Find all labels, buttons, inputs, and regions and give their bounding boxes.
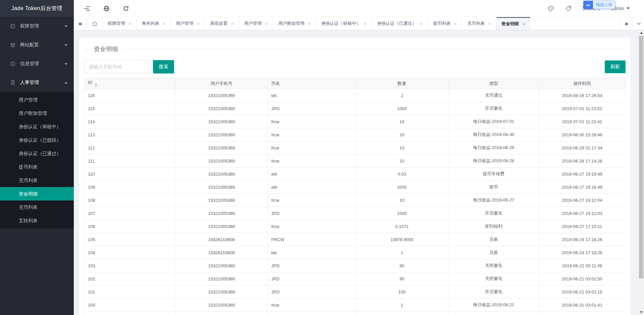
table-cell: 15321005369 xyxy=(175,154,268,168)
tab-close-icon[interactable]: × xyxy=(364,21,367,26)
tab-close-icon[interactable]: × xyxy=(420,21,423,26)
table-cell: 111 xyxy=(85,154,175,168)
tab[interactable]: 用户管理× xyxy=(171,17,205,30)
table-cell: 15321005369 xyxy=(175,285,268,299)
table-cell: 107 xyxy=(85,207,175,220)
table-cell: 10 xyxy=(356,154,448,168)
table-cell: 113 xyxy=(85,128,175,141)
page-title: 资金明细 xyxy=(94,45,118,53)
home-tab[interactable] xyxy=(87,17,103,30)
table-row: 10515826153608FRCW10878.9000兑换2019-06-24… xyxy=(85,233,626,246)
table-row: 10115321005369JPD100开启量化2019-06-21 03:02… xyxy=(85,285,626,299)
table-row: 10815321005369frcw10每日收益-2019-06-272019-… xyxy=(85,194,626,207)
table-cell: 112 xyxy=(85,141,175,154)
tabs-scroll-right-button[interactable]: » xyxy=(620,17,633,30)
table-row: 10715321005369JPD1000开启量化2019-06-27 19:1… xyxy=(85,207,626,220)
table-row: 10415826153608btc1兑换2019-06-24 17:18:26 xyxy=(85,246,626,259)
table-row: 11115321005369frcw10每日收益-2019-06-282019-… xyxy=(85,154,626,168)
tab-close-icon[interactable]: × xyxy=(522,21,525,27)
tab-close-icon[interactable]: × xyxy=(454,21,457,26)
table-row: 11215321005369frcw10每日收益-2019-06-292019-… xyxy=(85,141,626,154)
scroll-down-arrow[interactable] xyxy=(638,310,644,315)
sidebar-item[interactable]: 资金明细 xyxy=(0,187,74,200)
table-cell: 提币 xyxy=(448,181,539,194)
table-cell: 提币手续费 xyxy=(448,168,539,181)
tab[interactable]: 用户附加管理× xyxy=(273,17,316,30)
tab[interactable]: 身份认证（已通过）× xyxy=(372,17,428,30)
table-cell: 2019-06-27 19:12:04 xyxy=(539,194,625,207)
title-left-dash xyxy=(84,49,90,49)
tab-close-icon[interactable]: × xyxy=(197,21,200,26)
language-globe-icon[interactable] xyxy=(103,5,110,12)
sidebar-item[interactable]: 身份认证（审核中） xyxy=(0,120,74,133)
table-cell: 1 xyxy=(356,246,448,259)
table-row: 10215321005369JPD90关闭量化2019-06-21 03:02:… xyxy=(85,272,626,285)
theme-palette-icon[interactable] xyxy=(547,5,555,12)
table-cell: 每日收益-2019-07-01 xyxy=(448,115,539,128)
sidebar-item[interactable]: 身份认证（已驳回） xyxy=(0,133,74,147)
table-cell: 每日收益-2019-06-30 xyxy=(448,128,539,141)
sidebar-item[interactable]: 提币列表 xyxy=(0,160,74,174)
table-cell: 关闭量化 xyxy=(448,272,539,285)
tab-close-icon[interactable]: × xyxy=(488,21,491,26)
table-row: 10615321005369frcw0.1071签到福利2019-06-27 1… xyxy=(85,220,626,233)
tab[interactable]: 充币列表× xyxy=(462,17,496,30)
table-cell: 116 xyxy=(85,89,175,102)
tab[interactable]: 身份认证（审核中）× xyxy=(316,17,372,30)
tab-close-icon[interactable]: × xyxy=(231,21,234,26)
table-cell: 2019-06-21 03:02:50 xyxy=(539,272,625,285)
table-cell: 90 xyxy=(356,272,448,285)
search-button[interactable]: 搜索 xyxy=(153,60,174,74)
collapse-sidebar-icon[interactable] xyxy=(83,5,91,12)
refresh-button[interactable]: 刷新 xyxy=(605,60,626,73)
vertical-scrollbar[interactable] xyxy=(638,30,644,315)
tabs-container: 权限管理×角色列表×用户管理×系统设置×用户管理×用户附加管理×身份认证（审核中… xyxy=(103,17,530,30)
sidebar-group[interactable]: 人事管理 xyxy=(0,73,74,92)
tab-close-icon[interactable]: × xyxy=(308,21,311,26)
tab-close-icon[interactable]: × xyxy=(265,21,268,26)
table-cell: 100 xyxy=(356,285,448,299)
tag-icon[interactable] xyxy=(565,5,572,12)
sidebar-group[interactable]: 信息管理 xyxy=(0,54,74,73)
tab[interactable]: 系统设置× xyxy=(205,17,239,30)
tab[interactable]: 用户管理× xyxy=(239,17,273,30)
table-cell: 114 xyxy=(85,115,175,128)
table-cell: 2019-06-21 03:01:41 xyxy=(539,299,625,312)
tabs-scroll-left-button[interactable]: « xyxy=(74,17,87,30)
tab[interactable]: 资金明细× xyxy=(496,17,531,30)
sidebar-item[interactable]: 用户附加管理 xyxy=(0,106,74,120)
sidebar-item[interactable]: 互转列表 xyxy=(0,214,74,227)
table-cell: 签到福利 xyxy=(448,220,539,233)
sidebar-item[interactable]: 身份认证（已通过） xyxy=(0,147,74,160)
table-cell: 15321005369 xyxy=(175,141,268,154)
sidebar-item[interactable]: 用户管理 xyxy=(0,93,74,106)
site-config-icon xyxy=(10,42,16,48)
table-cell: 1000 xyxy=(356,207,448,220)
tabs-menu-button[interactable] xyxy=(633,17,644,30)
table-row: 11015321005369eth0.03提币手续费2019-06-27 19:… xyxy=(85,168,626,181)
tab-close-icon[interactable]: × xyxy=(163,21,166,26)
tabbar-spacer xyxy=(530,17,620,30)
table-cell: 15321005369 xyxy=(175,89,268,102)
refresh-icon[interactable] xyxy=(122,5,129,12)
table-cell: 兑换 xyxy=(448,246,539,259)
sort-carets-icon[interactable] xyxy=(95,83,97,87)
table-cell: 兑换 xyxy=(448,233,539,246)
table-cell: 110 xyxy=(85,168,175,181)
column-header[interactable]: ID xyxy=(85,78,175,89)
tab[interactable]: 权限管理× xyxy=(103,17,137,30)
tab-label: 资金明细 xyxy=(501,21,519,27)
tab[interactable]: 角色列表× xyxy=(137,17,171,30)
table-cell: 104 xyxy=(85,246,175,259)
scrollbar-thumb[interactable] xyxy=(639,36,643,278)
sidebar-item[interactable]: 充币列表 xyxy=(0,200,74,214)
scroll-up-arrow[interactable] xyxy=(638,30,644,36)
drag-upload-button[interactable]: 拖拽上传 xyxy=(593,1,615,9)
tab-close-icon[interactable]: × xyxy=(128,21,131,26)
phone-search-input[interactable] xyxy=(84,60,151,74)
sidebar-group[interactable]: 网站配置 xyxy=(0,36,74,54)
tab[interactable]: 提币列表× xyxy=(428,17,462,30)
sidebar-group[interactable]: 权限管理 xyxy=(0,17,74,36)
topbar-left xyxy=(83,5,129,12)
sidebar-item[interactable]: 充币列表 xyxy=(0,174,74,187)
